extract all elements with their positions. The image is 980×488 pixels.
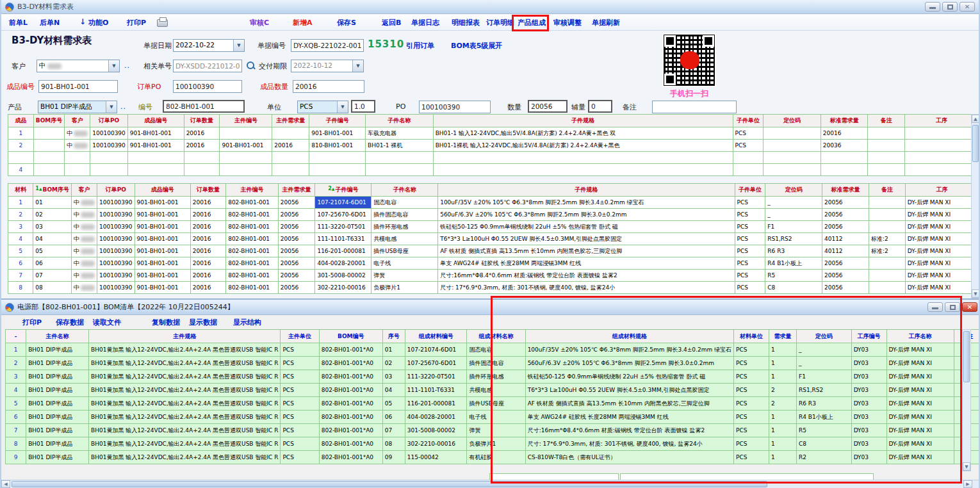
cell[interactable]: PCS: [734, 424, 769, 437]
cell[interactable]: F1: [797, 370, 852, 384]
cell[interactable]: 20056: [278, 209, 315, 221]
cell[interactable]: 100100390: [90, 140, 128, 152]
cell[interactable]: [868, 140, 905, 152]
cell[interactable]: 负极弹片1: [467, 437, 525, 451]
cell[interactable]: BH01黄加黑 输入12-24VDC,输出2.4A+2.4A 黑色普通双USB …: [89, 370, 281, 384]
cell[interactable]: 802-BH01-001*A0: [319, 357, 382, 370]
cell[interactable]: 中: [71, 245, 97, 257]
cell[interactable]: PCS: [735, 282, 765, 294]
cell[interactable]: BH01 DIP半成品: [26, 451, 89, 464]
cell[interactable]: BH01黄加黑 输入12-24VDC,输出2.4A+2.4A 黑色普通双USB …: [89, 411, 281, 424]
cell[interactable]: 03: [33, 221, 72, 233]
table-row[interactable]: 1中100100390901-BH01-00120016901-BH01-001…: [8, 127, 979, 140]
cell[interactable]: [869, 270, 905, 282]
column-header[interactable]: 1BOM序号: [33, 184, 72, 197]
cell[interactable]: 中: [65, 140, 90, 152]
cell[interactable]: PCS: [281, 397, 319, 411]
cell[interactable]: 111-3220-0T501: [315, 221, 372, 233]
cell[interactable]: 6: [6, 411, 26, 424]
cell[interactable]: 1: [769, 411, 796, 424]
cell[interactable]: 20016: [190, 197, 225, 209]
table-row[interactable]: 303中100100390901-BH01-00120016802-BH01-0…: [8, 221, 979, 233]
cell[interactable]: 06: [33, 257, 72, 270]
cell[interactable]: 40112: [822, 245, 869, 257]
cell[interactable]: 9: [6, 451, 26, 464]
cell[interactable]: 中: [71, 221, 97, 233]
scroll-up-icon[interactable]: ▲: [972, 115, 979, 123]
cell[interactable]: 901-BH01-001: [135, 221, 190, 233]
cell[interactable]: PCS: [281, 411, 319, 424]
cell[interactable]: 20056: [278, 270, 315, 282]
cell[interactable]: 2: [769, 397, 796, 411]
column-header[interactable]: 订单数量: [190, 184, 225, 197]
cell[interactable]: 20056: [278, 282, 315, 294]
column-header[interactable]: 定位码: [765, 184, 822, 197]
cell[interactable]: DY03: [851, 384, 886, 397]
cell[interactable]: PCS: [735, 209, 765, 221]
cell[interactable]: 插件固态电容: [372, 209, 438, 221]
cell[interactable]: 1: [769, 437, 796, 451]
cell[interactable]: [869, 221, 905, 233]
cell[interactable]: 20016: [184, 140, 220, 152]
table-row[interactable]: 101中100100390901-BH01-00120016802-BH01-0…: [8, 197, 979, 209]
cell[interactable]: 中: [71, 257, 97, 270]
cell[interactable]: _: [765, 197, 822, 209]
cell[interactable]: PCS: [734, 343, 769, 357]
cell[interactable]: 尺寸: 17*6.9*0.3mm, 材质: 301不锈钢, 硬度400, 镀镍,…: [438, 282, 735, 294]
cell[interactable]: PCS: [281, 424, 319, 437]
column-header[interactable]: 客户: [65, 115, 90, 127]
column-header[interactable]: 主件规格: [89, 330, 281, 343]
cell[interactable]: BH01黄加黑 输入12-24VDC,输出2.4A+2.4A 黑色普通双USB …: [89, 437, 281, 451]
cell[interactable]: 中: [71, 270, 97, 282]
cell[interactable]: DY-后焊 MAN XI: [886, 437, 954, 451]
cell[interactable]: 116-201-000081: [315, 245, 372, 257]
cell[interactable]: [905, 164, 979, 176]
doc-date-picker[interactable]: 2022-10-22▼: [173, 39, 245, 52]
column-header[interactable]: 子件单位: [735, 184, 765, 197]
cell[interactable]: 5: [8, 245, 33, 257]
cell[interactable]: 1: [6, 343, 26, 357]
cell[interactable]: 插件环形电感: [467, 370, 525, 384]
cell[interactable]: 中: [71, 282, 97, 294]
cell[interactable]: 05: [33, 245, 72, 257]
rel-no-input[interactable]: [173, 60, 242, 72]
cell[interactable]: [905, 140, 979, 152]
chevron-down-icon[interactable]: ▼: [337, 101, 348, 113]
cell[interactable]: 04: [382, 384, 405, 397]
column-header[interactable]: 主件需求量: [278, 184, 315, 197]
cell[interactable]: 车载充电器: [366, 127, 434, 140]
cell[interactable]: 100uF/35V ±20% 105℃ Φ6.3*8mm 脚距2.5mm 脚长3…: [525, 343, 733, 357]
cell[interactable]: T6*3*3 L≥100uH Φ0.55 2UEW 脚长4.5±0.3MM,引脚…: [438, 233, 735, 245]
cell[interactable]: 标准:2: [869, 245, 905, 257]
column-header[interactable]: BOM编号: [319, 330, 382, 343]
cell[interactable]: BH01 DIP半成品: [26, 397, 89, 411]
cell[interactable]: DY-后焊 MAN XI: [905, 197, 978, 209]
toolbar-functions[interactable]: 功能O: [88, 18, 108, 28]
cell[interactable]: 2: [8, 209, 33, 221]
table-row[interactable]: 404中100100390901-BH01-00120016802-BH01-0…: [8, 233, 979, 245]
cell[interactable]: 1: [769, 424, 796, 437]
cell[interactable]: 901-BH01-001: [135, 282, 190, 294]
cell[interactable]: DY-后焊 MAN XI: [905, 245, 978, 257]
cell[interactable]: 901-BH01-001: [135, 270, 190, 282]
cell[interactable]: PCS: [734, 384, 769, 397]
cell[interactable]: 中: [65, 127, 90, 140]
cell[interactable]: PCS: [735, 197, 765, 209]
column-header[interactable]: 成品: [8, 115, 34, 127]
cell[interactable]: 插件USB母座: [372, 245, 438, 257]
cell[interactable]: [869, 209, 905, 221]
cell[interactable]: [821, 164, 868, 176]
cell[interactable]: 20016: [190, 221, 225, 233]
column-header[interactable]: 主件单位: [281, 330, 319, 343]
cell[interactable]: 404-0028-20001: [315, 257, 372, 270]
cell[interactable]: 802-BH01-001*A0: [319, 451, 382, 464]
cell[interactable]: BH01黄加黑 输入12-24VDC,输出2.4A+2.4A 黑色普通双USB …: [89, 384, 281, 397]
cell[interactable]: [309, 164, 366, 176]
cell[interactable]: 尺寸: 17*6.9*0.3mm, 材质: 301不锈钢, 硬度400, 镀镍,…: [525, 437, 733, 451]
cell[interactable]: BH01黄加黑 输入12-24VDC,输出2.4A+2.4A 黑色普通双USB …: [89, 397, 281, 411]
cell[interactable]: 20056: [822, 209, 869, 221]
cell[interactable]: 07: [382, 424, 405, 437]
bom-print[interactable]: 打印P: [22, 318, 42, 327]
cell[interactable]: 901-BH01-001: [220, 140, 272, 152]
table-row[interactable]: 8BH01 DIP半成品BH01黄加黑 输入12-24VDC,输出2.4A+2.…: [6, 437, 980, 451]
